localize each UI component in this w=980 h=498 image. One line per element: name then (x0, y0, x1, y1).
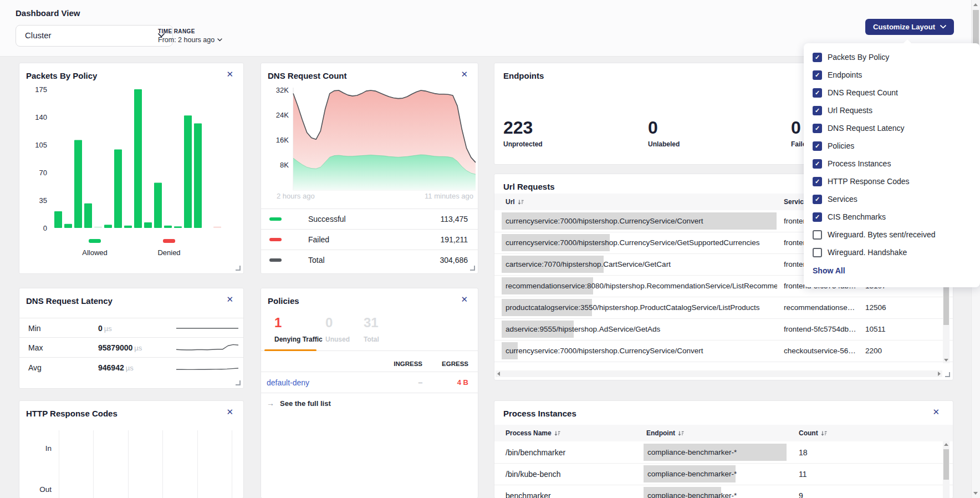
svg-text:35: 35 (39, 196, 47, 205)
gridline (162, 430, 163, 498)
legend-row-total: Total304,686 (261, 250, 478, 270)
close-icon[interactable]: ✕ (461, 295, 468, 303)
table-row[interactable]: /bin/kube-benchcompliance-benchmarker-*1… (494, 463, 953, 485)
checkbox-checked-icon[interactable]: ✓ (813, 141, 822, 151)
table-row[interactable]: adservice:9555/hipstershop.AdService/Get… (494, 318, 953, 341)
legend-swatch-icon (269, 258, 282, 262)
close-icon[interactable]: ✕ (461, 70, 468, 78)
menu-item-policies[interactable]: ✓Policies (813, 139, 854, 153)
card-title: Process Instances (503, 409, 576, 418)
legend-swatch-icon (269, 238, 282, 241)
checkbox-checked-icon[interactable]: ✓ (813, 159, 822, 169)
close-icon[interactable]: ✕ (226, 295, 233, 303)
close-icon[interactable]: ✕ (226, 70, 233, 78)
column-header-endpoint[interactable]: Endpoint (646, 425, 684, 441)
policies-tab-unused[interactable]: 0Unused (325, 316, 350, 343)
sort-icon[interactable] (821, 430, 827, 436)
legend-label: Total (308, 256, 325, 265)
gridline (197, 430, 198, 498)
checkbox-checked-icon[interactable]: ✓ (813, 212, 822, 222)
tab-value: 1 (274, 316, 323, 329)
menu-item-process-instances[interactable]: ✓Process Instances (813, 157, 891, 170)
policies-tab-denying-traffic[interactable]: 1Denying Traffic (274, 316, 323, 343)
scroll-up-icon[interactable] (973, 3, 978, 6)
close-icon[interactable]: ✕ (932, 408, 940, 416)
endpoint-stat-unlabeled: 0Unlabeled (648, 119, 680, 148)
show-all-link[interactable]: Show All (813, 266, 845, 275)
sort-icon[interactable] (518, 199, 524, 205)
checkbox-checked-icon[interactable]: ✓ (813, 70, 822, 80)
column-header-process-name[interactable]: Process Name (506, 425, 560, 441)
scroll-right-icon[interactable] (938, 372, 941, 376)
time-range-selector[interactable]: From: 2 hours ago (158, 36, 222, 44)
menu-item-dns-request-count[interactable]: ✓DNS Request Count (813, 86, 898, 99)
checkbox-checked-icon[interactable]: ✓ (813, 88, 822, 98)
checkbox-checked-icon[interactable]: ✓ (813, 195, 822, 204)
see-full-list-link[interactable]: → See the full list (267, 399, 331, 408)
legend-row-successful: Successful113,475 (261, 209, 478, 229)
checkbox-checked-icon[interactable]: ✓ (813, 106, 822, 115)
scrollbar-thumb[interactable] (943, 449, 949, 480)
menu-item-endpoints[interactable]: ✓Endpoints (813, 68, 862, 82)
checkbox-checked-icon[interactable]: ✓ (813, 124, 822, 133)
column-header-ingress[interactable]: INGRESS (378, 360, 422, 367)
close-icon[interactable]: ✕ (226, 408, 233, 416)
menu-item-services[interactable]: ✓Services (813, 192, 858, 206)
service-cell: recommendationse… (784, 297, 861, 318)
table-row[interactable]: currencyservice:7000/hipstershop.Currenc… (494, 340, 953, 362)
card-title: Policies (268, 296, 299, 306)
customize-layout-button[interactable]: Customize Layout (865, 19, 954, 35)
checkbox-checked-icon[interactable]: ✓ (813, 177, 822, 186)
scroll-down-icon[interactable] (944, 359, 948, 362)
denied-swatch-icon (163, 239, 175, 243)
column-header-egress[interactable]: EGRESS (424, 360, 468, 367)
card-process-instances: Process Instances ✕ Process Name Endpoin… (494, 400, 953, 498)
table-row[interactable]: benchmarkercompliance-benchmarker-*9 (494, 485, 953, 498)
menu-item-label: Endpoints (828, 70, 862, 79)
scroll-down-icon[interactable] (973, 492, 978, 495)
count-cell: 2200 (865, 340, 904, 362)
bar-allowed (194, 123, 202, 228)
menu-item-wireguard-bytes-sent-received[interactable]: Wireguard. Bytes sent/received (813, 228, 936, 241)
checkbox-unchecked-icon[interactable] (813, 248, 822, 257)
resize-handle-icon[interactable] (945, 372, 950, 377)
table-row[interactable]: /bin/benchmarkercompliance-benchmarker-*… (494, 441, 953, 464)
card-title: DNS Request Latency (26, 296, 113, 306)
resize-handle-icon[interactable] (470, 266, 475, 271)
scroll-left-icon[interactable] (497, 372, 500, 376)
table-row[interactable]: productcatalogservice:3550/hipstershop.P… (494, 297, 953, 319)
legend-label: Denied (152, 248, 186, 257)
menu-item-url-requests[interactable]: ✓Url Requests (813, 104, 872, 117)
menu-item-dns-request-latency[interactable]: ✓DNS Request Latency (813, 121, 905, 135)
policy-link[interactable]: default-deny (267, 378, 309, 387)
resize-handle-icon[interactable] (236, 380, 241, 385)
sort-icon[interactable] (554, 430, 560, 436)
sort-icon[interactable] (678, 430, 684, 436)
menu-item-cis-benchmarks[interactable]: ✓CIS Benchmarks (813, 210, 886, 223)
gridline (59, 430, 59, 498)
menu-item-http-response-codes[interactable]: ✓HTTP Response Codes (813, 175, 910, 188)
latency-unit: µs (126, 364, 134, 372)
menu-item-wireguard-handshake[interactable]: Wireguard. Handshake (813, 246, 907, 259)
resize-handle-icon[interactable] (236, 266, 241, 271)
tab-label: Total (364, 336, 379, 343)
card-title: Url Requests (503, 182, 555, 191)
menu-item-label: Wireguard. Handshake (828, 248, 907, 257)
menu-item-packets-by-policy[interactable]: ✓Packets By Policy (813, 50, 889, 64)
scroll-up-icon[interactable] (944, 443, 948, 446)
card-title: HTTP Response Codes (26, 409, 118, 418)
count-cell: 12506 (865, 297, 904, 318)
view-select[interactable]: Cluster (16, 25, 173, 47)
horizontal-scrollbar[interactable] (496, 370, 942, 377)
checkbox-checked-icon[interactable]: ✓ (813, 53, 822, 62)
count-cell: 11 (799, 463, 843, 485)
column-header-url[interactable]: Url (506, 194, 524, 210)
checkbox-unchecked-icon[interactable] (813, 230, 822, 240)
column-header-count[interactable]: Count (799, 425, 827, 441)
latency-value: 0µs (98, 324, 112, 333)
vertical-scrollbar[interactable] (943, 441, 950, 498)
policies-tab-total[interactable]: 31Total (364, 316, 379, 343)
menu-item-label: Policies (828, 141, 854, 150)
menu-item-label: CIS Benchmarks (828, 212, 886, 221)
url-cell: currencyservice:7000/hipstershop.Currenc… (506, 232, 777, 253)
